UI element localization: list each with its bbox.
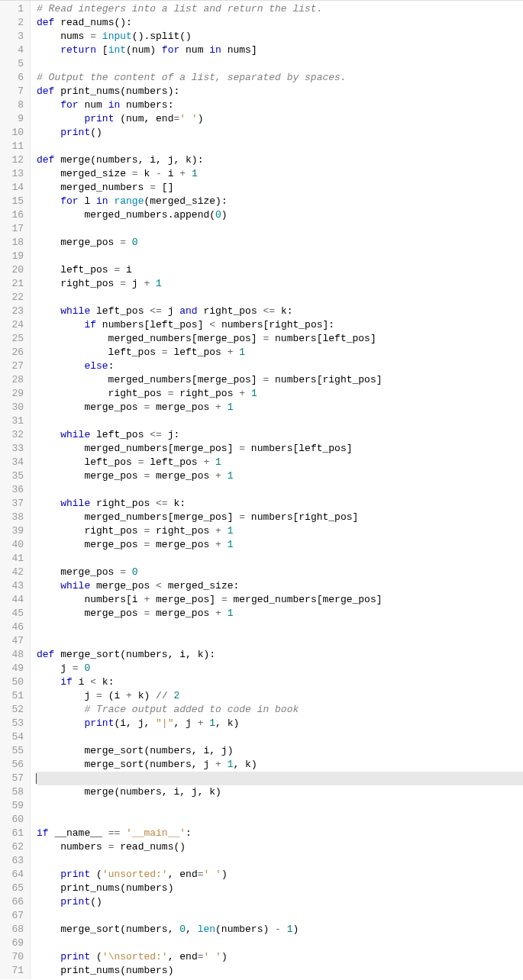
line-number: 61	[3, 827, 24, 840]
code-line[interactable]: print_nums(numbers)	[37, 882, 523, 895]
code-line[interactable]	[37, 222, 523, 236]
line-number: 51	[3, 689, 24, 703]
line-number: 64	[3, 868, 24, 882]
code-line[interactable]: left_pos = left_pos + 1	[37, 346, 523, 359]
line-number: 59	[3, 799, 24, 813]
line-number: 3	[3, 30, 24, 44]
code-line[interactable]	[37, 621, 523, 634]
line-number: 71	[3, 964, 24, 978]
code-line[interactable]: # Output the content of a list, separate…	[37, 71, 523, 85]
line-number: 11	[3, 140, 24, 153]
code-line[interactable]: if numbers[left_pos] < numbers[right_pos…	[37, 318, 523, 332]
code-line[interactable]: print ('\nsorted:', end=' ')	[37, 950, 523, 964]
code-line[interactable]	[37, 799, 523, 813]
code-line[interactable]: print()	[37, 895, 523, 909]
code-line[interactable]	[37, 813, 523, 827]
code-line[interactable]: numbers = read_nums()	[37, 840, 523, 854]
code-line[interactable]	[37, 140, 523, 153]
code-line[interactable]: while merge_pos < merged_size:	[37, 579, 523, 593]
line-number: 46	[3, 621, 24, 634]
code-line[interactable]: merge_sort(numbers, 0, len(numbers) - 1)	[37, 923, 523, 936]
line-number: 31	[3, 414, 24, 428]
code-line[interactable]: merged_numbers.append(0)	[37, 208, 523, 222]
code-line[interactable]: return [int(num) for num in nums]	[37, 44, 523, 57]
line-number: 18	[3, 236, 24, 250]
code-line[interactable]: for l in range(merged_size):	[37, 195, 523, 208]
code-line[interactable]: merged_numbers[merge_pos] = numbers[righ…	[37, 511, 523, 524]
code-line[interactable]	[37, 936, 523, 950]
code-line[interactable]	[37, 730, 523, 744]
code-line[interactable]: merge_pos = 0	[37, 566, 523, 579]
line-number: 26	[3, 346, 24, 359]
code-line[interactable]: merged_numbers[merge_pos] = numbers[righ…	[37, 373, 523, 387]
line-number: 69	[3, 936, 24, 950]
code-line[interactable]: for num in numbers:	[37, 98, 523, 112]
code-line[interactable]: merged_numbers[merge_pos] = numbers[left…	[37, 442, 523, 456]
code-line[interactable]	[37, 772, 523, 785]
code-line[interactable]: merge_pos = 0	[37, 236, 523, 250]
line-number: 4	[3, 44, 24, 57]
code-line[interactable]	[37, 250, 523, 263]
code-line[interactable]: print (num, end=' ')	[37, 112, 523, 126]
code-line[interactable]: def merge_sort(numbers, i, k):	[37, 648, 523, 662]
code-line[interactable]: while left_pos <= j:	[37, 428, 523, 442]
code-line[interactable]: merge_pos = merge_pos + 1	[37, 538, 523, 552]
code-line[interactable]	[37, 291, 523, 305]
code-line[interactable]: merge_pos = merge_pos + 1	[37, 401, 523, 414]
code-line[interactable]	[37, 634, 523, 648]
code-line[interactable]	[37, 552, 523, 566]
line-number: 32	[3, 428, 24, 442]
code-line[interactable]: left_pos = left_pos + 1	[37, 456, 523, 469]
code-line[interactable]: j = 0	[37, 662, 523, 675]
code-line[interactable]: numbers[i + merge_pos] = merged_numbers[…	[37, 593, 523, 607]
code-line[interactable]: while left_pos <= j and right_pos <= k:	[37, 305, 523, 318]
line-number: 37	[3, 497, 24, 511]
code-line[interactable]: def merge(numbers, i, j, k):	[37, 153, 523, 167]
line-number: 2	[3, 16, 24, 30]
code-line[interactable]: merge(numbers, i, j, k)	[37, 785, 523, 799]
line-number: 58	[3, 785, 24, 799]
code-line[interactable]: print()	[37, 126, 523, 140]
line-number: 45	[3, 607, 24, 621]
code-line[interactable]: merge_pos = merge_pos + 1	[37, 469, 523, 483]
code-area[interactable]: # Read integers into a list and return t…	[31, 1, 523, 979]
line-number: 25	[3, 332, 24, 346]
line-number: 63	[3, 854, 24, 868]
code-line[interactable]: if i < k:	[37, 675, 523, 689]
code-editor[interactable]: 1234567891011121314151617181920212223242…	[0, 0, 523, 979]
code-line[interactable]: merged_numbers = []	[37, 181, 523, 195]
code-line[interactable]: right_pos = right_pos + 1	[37, 524, 523, 538]
code-line[interactable]: merged_size = k - i + 1	[37, 167, 523, 181]
code-line[interactable]	[37, 854, 523, 868]
code-line[interactable]	[37, 414, 523, 428]
code-line[interactable]: print_nums(numbers)	[37, 964, 523, 978]
code-line[interactable]: right_pos = j + 1	[37, 277, 523, 291]
code-line[interactable]: else:	[37, 359, 523, 373]
code-line[interactable]	[37, 57, 523, 71]
code-line[interactable]: merge_sort(numbers, j + 1, k)	[37, 758, 523, 772]
code-line[interactable]	[37, 909, 523, 923]
code-line[interactable]: print(i, j, "|", j + 1, k)	[37, 717, 523, 730]
line-number: 13	[3, 167, 24, 181]
code-line[interactable]: merged_numbers[merge_pos] = numbers[left…	[37, 332, 523, 346]
code-line[interactable]: j = (i + k) // 2	[37, 689, 523, 703]
code-line[interactable]: # Trace output added to code in book	[37, 703, 523, 717]
line-number: 27	[3, 359, 24, 373]
line-number: 24	[3, 318, 24, 332]
code-line[interactable]: left_pos = i	[37, 263, 523, 277]
code-line[interactable]: merge_pos = merge_pos + 1	[37, 607, 523, 621]
code-line[interactable]: def print_nums(numbers):	[37, 85, 523, 98]
code-line[interactable]: merge_sort(numbers, i, j)	[37, 744, 523, 758]
code-line[interactable]: while right_pos <= k:	[37, 497, 523, 511]
line-number: 65	[3, 882, 24, 895]
code-line[interactable]: nums = input().split()	[37, 30, 523, 44]
code-line[interactable]	[37, 483, 523, 497]
code-line[interactable]: def read_nums():	[37, 16, 523, 30]
code-line[interactable]: print ('unsorted:', end=' ')	[37, 868, 523, 882]
code-line[interactable]: if __name__ == '__main__':	[37, 827, 523, 840]
line-number: 21	[3, 277, 24, 291]
code-line[interactable]: # Read integers into a list and return t…	[37, 2, 523, 16]
code-line[interactable]: right_pos = right_pos + 1	[37, 387, 523, 401]
line-number: 50	[3, 675, 24, 689]
line-number: 68	[3, 923, 24, 936]
